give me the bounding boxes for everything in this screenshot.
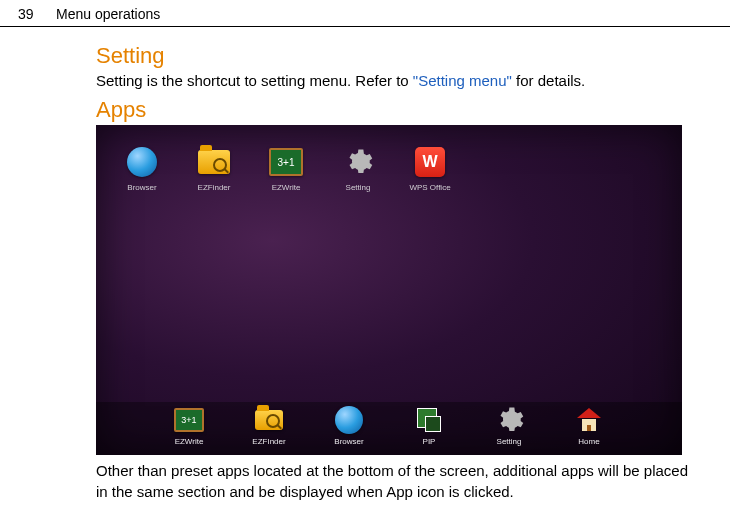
app-label: Setting: [346, 183, 371, 192]
board-icon: 3+1: [174, 405, 204, 435]
heading-setting: Setting: [96, 43, 692, 69]
setting-text-before: Setting is the shortcut to setting menu.…: [96, 72, 413, 89]
dock-pip[interactable]: PIP: [404, 405, 454, 446]
apps-screenshot: Browser EZFinder 3+1 EZWrite Setting W W…: [96, 125, 682, 455]
wps-icon: W: [413, 145, 447, 179]
dock-browser[interactable]: Browser: [324, 405, 374, 446]
setting-paragraph: Setting is the shortcut to setting menu.…: [96, 71, 692, 91]
app-ezfinder[interactable]: EZFinder: [190, 145, 238, 192]
dock-bar: 3+1 EZWrite EZFInder Browser PIP Setting: [96, 402, 682, 455]
app-ezwrite[interactable]: 3+1 EZWrite: [262, 145, 310, 192]
setting-text-after: for details.: [512, 72, 585, 89]
app-label: WPS Office: [409, 183, 450, 192]
page-number: 39: [18, 6, 56, 22]
app-label: Browser: [127, 183, 156, 192]
app-label: EZWrite: [272, 183, 301, 192]
pip-icon: [414, 405, 444, 435]
app-setting[interactable]: Setting: [334, 145, 382, 192]
home-icon: [574, 405, 604, 435]
dock-setting[interactable]: Setting: [484, 405, 534, 446]
dock-ezfinder[interactable]: EZFInder: [244, 405, 294, 446]
dock-label: Setting: [497, 437, 522, 446]
gear-icon: [494, 405, 524, 435]
app-wps-office[interactable]: W WPS Office: [406, 145, 454, 192]
apps-paragraph: Other than preset apps located at the bo…: [96, 461, 692, 502]
dock-label: EZFInder: [252, 437, 285, 446]
dock-ezwrite[interactable]: 3+1 EZWrite: [164, 405, 214, 446]
globe-icon: [125, 145, 159, 179]
folder-icon: [197, 145, 231, 179]
dock-home[interactable]: Home: [564, 405, 614, 446]
page-header: 39 Menu operations: [0, 0, 732, 26]
section-title: Menu operations: [56, 6, 160, 22]
board-icon: 3+1: [269, 145, 303, 179]
dock-label: PIP: [423, 437, 436, 446]
gear-icon: [341, 145, 375, 179]
app-browser[interactable]: Browser: [118, 145, 166, 192]
top-apps-row: Browser EZFinder 3+1 EZWrite Setting W W…: [118, 145, 454, 192]
folder-icon: [254, 405, 284, 435]
app-label: EZFinder: [198, 183, 231, 192]
setting-menu-link[interactable]: "Setting menu": [413, 72, 512, 89]
content-area: Setting Setting is the shortcut to setti…: [0, 27, 732, 502]
heading-apps: Apps: [96, 97, 692, 123]
dock-label: EZWrite: [175, 437, 204, 446]
dock-label: Browser: [334, 437, 363, 446]
globe-icon: [334, 405, 364, 435]
dock-label: Home: [578, 437, 599, 446]
